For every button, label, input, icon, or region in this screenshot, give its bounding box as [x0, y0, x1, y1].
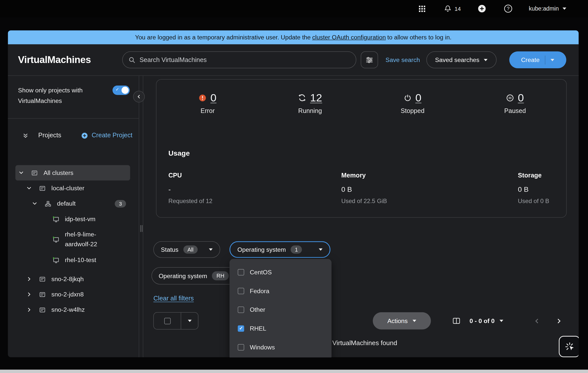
clear-all-filters-link[interactable]: Clear all filters — [153, 295, 194, 302]
chevron-right-icon[interactable] — [26, 307, 32, 313]
chevron-down-icon — [563, 8, 566, 10]
sliders-icon — [366, 56, 373, 64]
page-root: 14 ? kube:admin You are logged in as a t… — [0, 0, 588, 373]
app-launcher-icon[interactable] — [419, 4, 425, 13]
quick-create-icon[interactable] — [478, 4, 486, 13]
save-search-link[interactable]: Save search — [386, 56, 420, 63]
tree-item-default[interactable]: default 3 — [15, 196, 130, 211]
tree-item-rhel-9-lime-aardwolf-22[interactable]: rhel-9-lime-aardwolf-22 — [15, 227, 130, 252]
chevron-down-icon[interactable] — [32, 201, 37, 206]
pagination-dropdown[interactable]: 0 - 0 of 0 — [470, 312, 503, 330]
chevron-down-icon — [413, 320, 416, 322]
expand-all-icon[interactable] — [23, 133, 29, 138]
temp-admin-banner: You are logged in as a temporary adminis… — [8, 30, 578, 44]
saved-searches-dropdown[interactable]: Saved searches — [426, 51, 496, 68]
checkbox-icon[interactable] — [238, 288, 244, 294]
cluster-icon — [39, 276, 46, 282]
bulk-select-dropdown[interactable] — [181, 313, 198, 329]
pagination-label: 0 - 0 of 0 — [470, 317, 495, 324]
usage-title: Usage — [168, 149, 554, 158]
oauth-config-link[interactable]: cluster OAuth configuration — [312, 34, 386, 41]
chevron-right-icon[interactable] — [26, 276, 32, 282]
menu-item-windows[interactable]: Windows — [230, 338, 332, 357]
projects-header-row: Projects Create Project — [8, 128, 139, 143]
columns-icon — [453, 318, 460, 324]
tree-item-sno-2-jdxn8[interactable]: sno-2-jdxn8 — [15, 287, 130, 302]
stopped-icon — [404, 94, 411, 101]
status-filter-dropdown[interactable]: Status All — [153, 241, 220, 258]
tree-item-label: idp-test-vm — [65, 214, 96, 224]
tree-item-label: rhel-9-lime-aardwolf-22 — [65, 230, 112, 249]
show-only-projects-toggle[interactable] — [113, 86, 130, 95]
stat-error: 0 Error — [156, 92, 259, 115]
tree-item-label: sno-2-jdxn8 — [51, 290, 84, 299]
toggle-label: Show only projects with VirtualMachines — [18, 85, 107, 118]
pagination-prev-button[interactable] — [528, 312, 545, 330]
resizer-grip-icon — [140, 225, 142, 232]
paused-icon — [506, 94, 514, 101]
chevron-right-icon[interactable] — [26, 292, 32, 297]
create-project-label: Create Project — [92, 132, 132, 139]
chevron-right-icon — [556, 318, 561, 324]
user-menu[interactable]: kube:admin — [529, 4, 566, 13]
tree-item-sno-2-8jkqh[interactable]: sno-2-8jkqh — [15, 271, 130, 287]
stopped-count-link[interactable]: 0 — [415, 92, 421, 104]
error-count-link[interactable]: 0 — [210, 92, 216, 104]
error-icon — [199, 94, 206, 101]
create-button[interactable]: Create — [509, 51, 566, 68]
tree-item-idp-test-vm[interactable]: idp-test-vm — [15, 211, 130, 227]
checkbox-icon[interactable] — [238, 344, 244, 350]
checkbox-icon[interactable] — [238, 269, 244, 275]
sidebar-resizer[interactable] — [139, 76, 143, 357]
advanced-search-button[interactable] — [361, 51, 378, 68]
chevron-down-icon[interactable] — [26, 185, 32, 191]
usage-section: Usage CPU - Requested of 12 Memory 0 B U… — [168, 149, 554, 205]
page-title: VirtualMachines — [18, 54, 122, 66]
os-filter-badge: 1 — [291, 245, 302, 254]
menu-item-label: CentOS — [250, 269, 272, 276]
actions-dropdown[interactable]: Actions — [373, 312, 431, 330]
filter-chip[interactable]: RH — [212, 271, 229, 280]
menu-item-centos[interactable]: CentOS — [230, 263, 332, 282]
tree-item-rhel-10-test[interactable]: rhel-10-test — [15, 252, 130, 268]
projects-label: Projects — [38, 132, 61, 139]
chevron-down-icon — [188, 320, 191, 322]
chevron-down-icon[interactable] — [18, 170, 24, 175]
stat-paused: 0 Paused — [464, 92, 566, 115]
cursor-click-icon — [564, 341, 575, 352]
applied-filters-chip-group[interactable]: Operating system RH — [152, 267, 241, 284]
tree-item-local-cluster[interactable]: local-cluster — [15, 180, 130, 196]
menu-item-fedora[interactable]: Fedora — [230, 281, 332, 300]
banner-text-after: to allow others to log in. — [387, 34, 452, 41]
search-input[interactable] — [139, 56, 350, 64]
tree-item-label: sno-2-w4lhz — [51, 305, 85, 315]
bulk-select-checkbox[interactable] — [154, 313, 181, 329]
tree-item-label: sno-2-8jkqh — [51, 274, 84, 284]
checkbox-icon[interactable] — [238, 306, 244, 313]
paused-count-link[interactable]: 0 — [518, 92, 524, 104]
empty-state-text: No VirtualMachines found — [143, 339, 576, 347]
checkbox-icon[interactable] — [238, 325, 244, 331]
create-project-link[interactable]: Create Project — [82, 132, 132, 139]
chevron-down-icon — [551, 59, 554, 61]
tree-item-all-clusters[interactable]: All clusters — [15, 165, 130, 180]
vm-count-badge: 3 — [115, 200, 126, 207]
status-filter-badge: All — [183, 245, 198, 254]
actions-label: Actions — [387, 317, 408, 324]
user-name: kube:admin — [529, 5, 559, 12]
manage-columns-button[interactable] — [448, 312, 465, 330]
sidebar-collapse-button[interactable] — [133, 91, 145, 102]
chip-group-label: Operating system — [159, 272, 207, 279]
menu-item-other[interactable]: Other — [230, 300, 332, 319]
notifications-button[interactable]: 14 — [444, 4, 461, 13]
masthead: 14 ? kube:admin — [0, 0, 588, 17]
os-filter-dropdown[interactable]: Operating system 1 — [230, 241, 330, 258]
running-count-link[interactable]: 12 — [310, 92, 322, 104]
menu-item-rhel[interactable]: RHEL — [230, 319, 332, 338]
cluster-icon — [39, 306, 46, 313]
chevron-left-icon — [534, 318, 539, 324]
help-icon[interactable]: ? — [504, 4, 512, 13]
checkbox-icon — [164, 318, 170, 324]
tree-item-sno-2-w4lhz[interactable]: sno-2-w4lhz — [15, 302, 130, 317]
pagination-next-button[interactable] — [550, 312, 567, 330]
